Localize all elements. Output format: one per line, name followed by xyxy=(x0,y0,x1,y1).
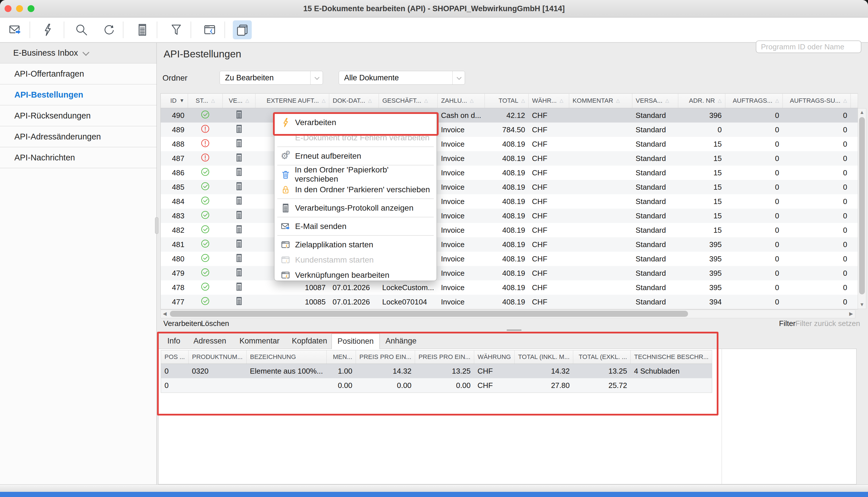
menu-item-in-den-ordner-parkieren-verschieben[interactable]: In den Ordner 'Parkieren' verschieben xyxy=(275,182,437,197)
table-row[interactable]: 00320Elemente aus 100%...1.0014.3213.25C… xyxy=(161,364,712,379)
column-header-_fill[interactable] xyxy=(851,94,858,108)
cell-preis1: 14.32 xyxy=(356,364,415,379)
bottom-accent-bar xyxy=(0,492,868,497)
delete-button[interactable]: Löschen xyxy=(201,319,229,328)
refresh-icon[interactable] xyxy=(99,20,118,39)
table-row[interactable]: 488Invoice408.19CHFStandard1500 xyxy=(161,137,858,151)
menu-item-erneut-aufbereiten[interactable]: ⚙⚙Erneut aufbereiten xyxy=(275,148,437,164)
cell-status xyxy=(188,180,223,194)
menu-item-in-den-ordner-papierkorb-verschieben[interactable]: In den Ordner 'Papierkorb' verschieben xyxy=(275,167,437,182)
column-header-waehrung[interactable]: WÄHRUNG xyxy=(474,350,514,364)
documents-select[interactable]: Alle Dokumente xyxy=(339,71,465,85)
cell-kommentar xyxy=(569,166,632,180)
column-header-kommentar[interactable]: KOMMENTAR△ xyxy=(569,94,632,108)
column-header-externe[interactable]: EXTERNE AUFT...△ xyxy=(255,94,329,108)
sidebar-item-api-r-cksendungen[interactable]: API-Rücksendungen xyxy=(0,105,156,126)
send-email-icon[interactable] xyxy=(6,20,25,39)
scroll-right-icon[interactable]: ▶ xyxy=(847,310,855,318)
column-header-technische[interactable]: TECHNISCHE BESCHR... xyxy=(631,350,712,364)
column-header-ve[interactable]: VE...△ xyxy=(223,94,255,108)
table-row[interactable]: 480Invoice408.19CHFStandard39500 xyxy=(161,252,858,266)
menu-item-verknüpfungen-bearbeiten[interactable]: Verknüpfungen bearbeiten xyxy=(275,267,437,283)
tab-kommentar[interactable]: Kommentar xyxy=(239,333,280,349)
column-header-dok[interactable]: DOK-DAT...△ xyxy=(329,94,379,108)
table-row[interactable]: 483Invoice408.19CHFStandard1500 xyxy=(161,209,858,223)
column-header-waehrung[interactable]: WÄHR...△ xyxy=(529,94,569,108)
menu-item-zielapplikation-starten[interactable]: Zielapplikation starten xyxy=(275,237,437,252)
protocol-document-icon[interactable] xyxy=(133,20,152,39)
cell-kommentar xyxy=(569,295,632,309)
table-row[interactable]: 484Invoice408.19CHFStandard1500 xyxy=(161,194,858,209)
cell-zahlung: Invoice xyxy=(437,223,485,237)
sidebar-item-api-adress-nderungen[interactable]: API-Adressänderungen xyxy=(0,126,156,147)
sidebar-header[interactable]: E-Business Inbox xyxy=(0,43,156,63)
start-application-icon[interactable] xyxy=(200,20,219,39)
tab-info[interactable]: Info xyxy=(167,333,180,349)
table-row[interactable]: 481Invoice408.19CHFStandard39500 xyxy=(161,237,858,252)
column-header-status[interactable]: ST...△ xyxy=(188,94,223,108)
process-lightning-icon[interactable] xyxy=(38,20,57,39)
filter-button[interactable]: Filter xyxy=(779,319,796,328)
sidebar-item-api-bestellungen[interactable]: API-Bestellungen xyxy=(0,84,156,105)
sidebar-splitter-handle[interactable] xyxy=(155,217,158,234)
column-header-geschaeft[interactable]: GESCHÄFT...△ xyxy=(379,94,438,108)
cell-kommentar xyxy=(569,180,632,194)
table-row[interactable]: 485Invoice408.19CHFStandard1500 xyxy=(161,180,858,194)
sidebar: E-Business Inbox API-OffertanfragenAPI-B… xyxy=(0,43,157,484)
column-header-auftrags_su[interactable]: AUFTRAGS-SU...△ xyxy=(782,94,851,108)
cell-versand: Standard xyxy=(632,295,678,309)
column-header-bezeichnung[interactable]: BEZEICHNUNG xyxy=(247,350,327,364)
menu-item-verarbeitungs-protokoll-anzeigen[interactable]: Verarbeitungs-Protokoll anzeigen xyxy=(275,200,437,215)
panel-splitter-handle[interactable] xyxy=(507,329,521,331)
cell-id: 490 xyxy=(161,108,188,123)
sidebar-item-api-nachrichten[interactable]: API-Nachrichten xyxy=(0,147,156,168)
status-error-icon xyxy=(201,127,210,135)
search-icon[interactable] xyxy=(72,20,91,39)
table-row[interactable]: 00.000.000.00CHF27.8025.72 xyxy=(161,378,712,393)
column-header-produktnummer[interactable]: PRODUKTNUM... xyxy=(188,350,247,364)
column-header-auftrags[interactable]: AUFTRAGS...△ xyxy=(725,94,782,108)
column-header-total_exkl[interactable]: TOTAL (EXKL. ... xyxy=(573,350,631,364)
horizontal-scroll-thumb[interactable] xyxy=(170,311,688,317)
column-header-adr[interactable]: ADR. NR△ xyxy=(678,94,725,108)
scroll-left-icon[interactable]: ◀ xyxy=(161,310,169,318)
horizontal-scrollbar[interactable]: ◀ ▶ xyxy=(160,310,855,318)
column-header-total[interactable]: TOTAL△ xyxy=(485,94,529,108)
menu-item-e-mail-senden[interactable]: E-Mail senden xyxy=(275,219,437,234)
tab-anhänge[interactable]: Anhänge xyxy=(386,333,417,349)
column-header-zahlung[interactable]: ZAHLU...△ xyxy=(437,94,485,108)
filter-funnel-icon[interactable] xyxy=(167,20,186,39)
column-header-preis1[interactable]: PREIS PRO EIN... xyxy=(356,350,415,364)
menu-item-verarbeiten[interactable]: Verarbeiten xyxy=(275,115,437,130)
program-search-input[interactable] xyxy=(756,41,862,53)
sidebar-item-api-offertanfragen[interactable]: API-Offertanfragen xyxy=(0,63,156,84)
column-header-pos[interactable]: POS ... xyxy=(161,350,188,364)
process-button[interactable]: Verarbeiten xyxy=(163,319,201,328)
tab-kopfdaten[interactable]: Kopfdaten xyxy=(292,333,327,349)
cell-waehrung: CHF xyxy=(529,123,569,137)
window-stack-icon[interactable] xyxy=(233,20,252,39)
folder-select[interactable]: Zu Bearbeiten xyxy=(220,71,323,85)
cell-id: 489 xyxy=(161,123,188,137)
scroll-up-icon[interactable]: ▲ xyxy=(858,109,866,116)
table-row[interactable]: 4901023109.01.2026WebwirkungCash on d...… xyxy=(161,108,858,123)
tab-positionen[interactable]: Positionen xyxy=(332,333,380,349)
table-row[interactable]: 482Invoice408.19CHFStandard1500 xyxy=(161,223,858,237)
table-row[interactable]: 4781008707.01.2026LockeCustom...Invoice4… xyxy=(161,280,858,295)
tab-adressen[interactable]: Adressen xyxy=(194,333,226,349)
table-row[interactable]: 4771008507.01.2026Locke070104Invoice408.… xyxy=(161,295,858,309)
table-row[interactable]: 486Invoice408.19CHFStandard1500 xyxy=(161,166,858,180)
column-header-id[interactable]: ID▼ xyxy=(161,94,188,108)
cell-waehrung: CHF xyxy=(474,364,514,379)
vertical-scrollbar[interactable]: ▲ ▼ xyxy=(858,108,866,309)
scroll-down-icon[interactable]: ▼ xyxy=(858,301,866,309)
table-row[interactable]: 479Invoice408.19CHFStandard39500 xyxy=(161,266,858,280)
cell-total_exkl: 13.25 xyxy=(573,364,631,379)
table-row[interactable]: 487Invoice408.19CHFStandard1500 xyxy=(161,151,858,166)
column-header-versand[interactable]: VERSA...△ xyxy=(632,94,678,108)
column-header-menge[interactable]: MEN... xyxy=(327,350,356,364)
column-header-total_inkl[interactable]: TOTAL (INKL. M... xyxy=(514,350,573,364)
table-row[interactable]: 489Invoice784.50CHFStandard000 xyxy=(161,123,858,137)
column-header-preis2[interactable]: PREIS PRO EIN... xyxy=(415,350,474,364)
vertical-scroll-thumb[interactable] xyxy=(859,117,865,295)
